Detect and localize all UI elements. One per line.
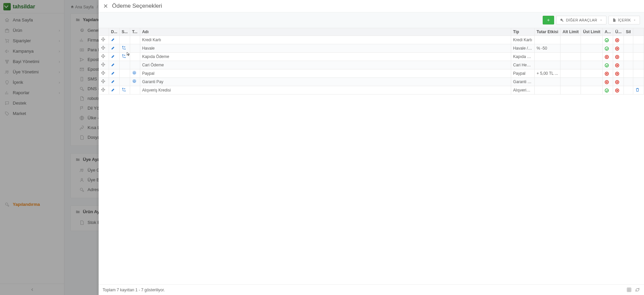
cell-name[interactable]: Cari Ödeme [140, 61, 511, 69]
cell-a[interactable] [602, 53, 613, 61]
cell-delete[interactable] [624, 36, 633, 44]
pencil-icon[interactable] [111, 87, 115, 92]
cell-drag[interactable] [99, 44, 109, 53]
cell-extra[interactable] [633, 53, 644, 61]
col-t[interactable]: T... [130, 28, 140, 36]
status-active-icon[interactable] [605, 38, 609, 42]
cell-gear[interactable] [130, 36, 140, 44]
cell-gear[interactable] [130, 69, 140, 78]
status-inactive-icon[interactable] [615, 55, 619, 59]
cell-drag[interactable] [99, 36, 109, 44]
cell-edit[interactable] [109, 36, 120, 44]
cell-delete[interactable] [624, 78, 633, 86]
drag-handle-icon[interactable] [101, 71, 105, 75]
col-order[interactable] [99, 28, 109, 36]
cell-a[interactable] [602, 78, 613, 86]
cell-branch[interactable] [119, 44, 130, 53]
status-inactive-icon[interactable] [615, 80, 619, 84]
drag-handle-icon[interactable] [101, 62, 105, 67]
col-a[interactable]: A... [602, 28, 613, 36]
cell-u[interactable] [613, 69, 624, 78]
pencil-icon[interactable] [111, 79, 115, 83]
cell-a[interactable] [602, 86, 613, 95]
cell-name[interactable]: Kredi Kartı [140, 36, 511, 44]
cell-u[interactable] [613, 53, 624, 61]
cell-edit[interactable] [109, 44, 120, 53]
pencil-icon[interactable] [111, 71, 115, 75]
cell-edit[interactable] [109, 53, 120, 61]
cell-drag[interactable] [99, 53, 109, 61]
cell-delete[interactable] [624, 53, 633, 61]
col-ust-limit[interactable]: Üst Limit [581, 28, 602, 36]
status-inactive-icon[interactable] [615, 88, 619, 93]
cell-branch[interactable] [119, 69, 130, 78]
cell-u[interactable] [613, 44, 624, 53]
col-s[interactable]: S... [119, 28, 130, 36]
cell-name[interactable]: Havale [140, 44, 511, 53]
status-inactive-icon[interactable] [615, 38, 619, 42]
drag-handle-icon[interactable] [101, 37, 105, 42]
col-delete[interactable]: Sil [624, 28, 633, 36]
status-inactive-icon[interactable] [615, 63, 619, 67]
cell-delete[interactable] [624, 86, 633, 95]
cell-u[interactable] [613, 61, 624, 69]
cell-a[interactable] [602, 44, 613, 53]
cell-u[interactable] [613, 36, 624, 44]
cell-branch[interactable] [119, 36, 130, 44]
cell-branch[interactable] [119, 53, 130, 61]
trash-icon[interactable] [635, 87, 640, 92]
other-tools-button[interactable]: DİĞER ARAÇLAR [556, 16, 606, 24]
cell-a[interactable] [602, 36, 613, 44]
cell-gear[interactable] [130, 61, 140, 69]
cell-gear[interactable] [130, 78, 140, 86]
cell-extra[interactable] [633, 86, 644, 95]
cell-drag[interactable] [99, 61, 109, 69]
cell-extra[interactable] [633, 61, 644, 69]
drag-handle-icon[interactable] [101, 54, 105, 58]
cell-drag[interactable] [99, 69, 109, 78]
pencil-icon[interactable] [111, 54, 115, 58]
cell-u[interactable] [613, 86, 624, 95]
status-inactive-icon[interactable] [605, 55, 609, 59]
pencil-icon[interactable] [111, 46, 115, 50]
cell-branch[interactable] [119, 61, 130, 69]
drag-handle-icon[interactable] [101, 79, 105, 83]
branch-icon[interactable] [122, 46, 126, 50]
cell-extra[interactable] [633, 44, 644, 53]
cell-gear[interactable] [130, 53, 140, 61]
pencil-icon[interactable] [111, 37, 115, 42]
cell-branch[interactable] [119, 78, 130, 86]
status-inactive-icon[interactable] [615, 72, 619, 76]
cell-a[interactable] [602, 61, 613, 69]
pencil-icon[interactable] [111, 62, 115, 67]
status-active-icon[interactable] [605, 88, 609, 93]
col-extra[interactable] [633, 28, 644, 36]
status-active-icon[interactable] [605, 47, 609, 51]
content-button[interactable]: İÇERİK [608, 16, 640, 24]
cell-a[interactable] [602, 69, 613, 78]
close-icon[interactable] [103, 3, 109, 9]
cell-extra[interactable] [633, 78, 644, 86]
drag-handle-icon[interactable] [101, 46, 105, 50]
cell-delete[interactable] [624, 44, 633, 53]
cell-drag[interactable] [99, 78, 109, 86]
gear-icon[interactable] [132, 71, 137, 75]
status-active-icon[interactable] [605, 63, 609, 67]
cell-name[interactable]: Kapıda Ödeme [140, 53, 511, 61]
cell-name[interactable]: Alışveriş Kredisi [140, 86, 511, 95]
cell-edit[interactable] [109, 78, 120, 86]
status-inactive-icon[interactable] [615, 47, 619, 51]
col-amount-effect[interactable]: Tutar Etkisi [534, 28, 560, 36]
drag-handle-icon[interactable] [101, 87, 105, 92]
cell-gear[interactable] [130, 44, 140, 53]
cell-name[interactable]: Paypal [140, 69, 511, 78]
col-alt-limit[interactable]: Alt Limit [560, 28, 581, 36]
cell-drag[interactable] [99, 86, 109, 95]
col-type[interactable]: Tip [511, 28, 534, 36]
cell-name[interactable]: Garanti Pay [140, 78, 511, 86]
grid-icon[interactable] [627, 287, 632, 292]
branch-icon[interactable] [122, 54, 126, 58]
cell-delete[interactable] [624, 61, 633, 69]
col-d[interactable]: D... [109, 28, 120, 36]
refresh-icon[interactable] [635, 287, 640, 292]
